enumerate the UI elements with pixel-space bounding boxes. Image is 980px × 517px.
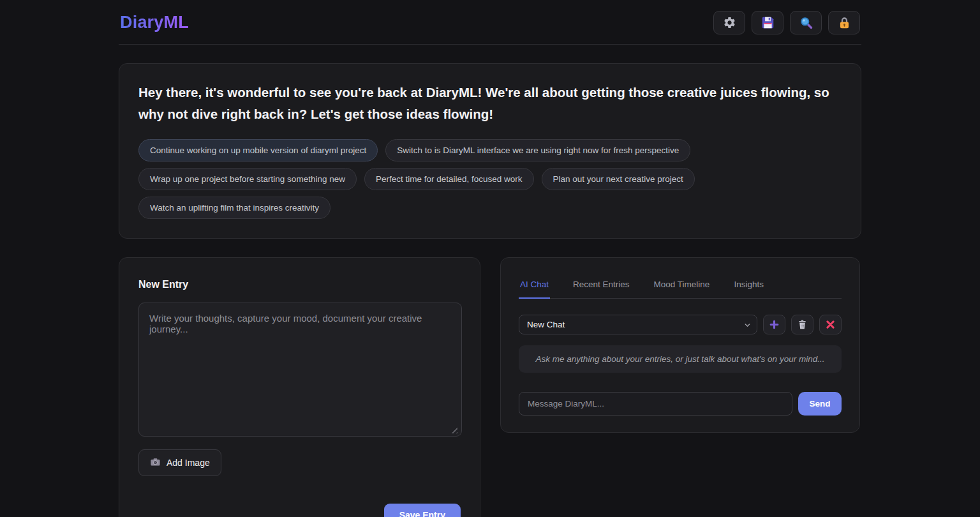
save-button[interactable]: [752, 11, 783, 34]
suggestion-chip[interactable]: Watch an uplifting film that inspires cr…: [138, 197, 330, 219]
chat-tabs: AI Chat Recent Entries Mood Timeline Ins…: [519, 276, 842, 299]
chat-card: AI Chat Recent Entries Mood Timeline Ins…: [500, 257, 860, 433]
tab-recent-entries[interactable]: Recent Entries: [572, 276, 631, 299]
chat-message-input[interactable]: [519, 392, 792, 416]
lock-icon: [838, 16, 851, 29]
chat-select-wrap: New Chat: [519, 315, 757, 334]
header: DiaryML: [119, 0, 861, 45]
tab-insights[interactable]: Insights: [732, 276, 765, 299]
send-button[interactable]: Send: [798, 392, 842, 416]
welcome-card: Hey there, it's wonderful to see you're …: [119, 63, 861, 239]
tab-ai-chat[interactable]: AI Chat: [519, 276, 550, 299]
welcome-message: Hey there, it's wonderful to see you're …: [138, 82, 840, 125]
suggestion-chip[interactable]: Plan out your next creative project: [542, 168, 695, 190]
tab-mood-timeline[interactable]: Mood Timeline: [653, 276, 711, 299]
new-chat-button[interactable]: [763, 315, 785, 334]
settings-button[interactable]: [713, 11, 745, 34]
chat-session-select[interactable]: New Chat: [519, 315, 757, 334]
plus-icon: [769, 319, 780, 330]
suggestion-chip[interactable]: Perfect time for detailed, focused work: [364, 168, 534, 190]
new-entry-card: New Entry Add Image Save Entry: [119, 257, 480, 517]
close-chat-button[interactable]: [819, 315, 842, 334]
entry-footer: Save Entry: [138, 504, 461, 517]
suggestion-chips: Continue working on up mobile version of…: [138, 139, 842, 219]
entry-textarea[interactable]: [138, 303, 462, 437]
app-logo: DiaryML: [120, 13, 189, 33]
gear-icon: [723, 16, 736, 29]
add-image-button[interactable]: Add Image: [138, 449, 221, 476]
entry-textarea-wrap: [138, 303, 461, 437]
main-row: New Entry Add Image Save Entry: [119, 257, 861, 517]
lock-button[interactable]: [828, 11, 860, 34]
add-image-label: Add Image: [167, 458, 210, 468]
magnifier-icon: [799, 16, 813, 29]
search-button[interactable]: [790, 11, 822, 34]
floppy-disk-icon: [761, 16, 775, 29]
camera-icon: [150, 456, 161, 469]
header-actions: [713, 11, 860, 34]
suggestion-chip[interactable]: Continue working on up mobile version of…: [138, 139, 378, 161]
trash-icon: [797, 319, 808, 330]
delete-chat-button[interactable]: [791, 315, 813, 334]
page-container: DiaryML: [119, 0, 861, 517]
chat-input-row: Send: [519, 392, 842, 416]
close-x-icon: [825, 319, 836, 330]
suggestion-chip[interactable]: Wrap up one project before starting some…: [138, 168, 357, 190]
save-entry-button[interactable]: Save Entry: [384, 504, 461, 517]
chat-controls: New Chat: [519, 315, 842, 334]
chat-empty-message: Ask me anything about your entries, or j…: [519, 345, 842, 373]
suggestion-chip[interactable]: Switch to is DiaryML interface we are us…: [385, 139, 690, 161]
new-entry-title: New Entry: [138, 279, 461, 290]
